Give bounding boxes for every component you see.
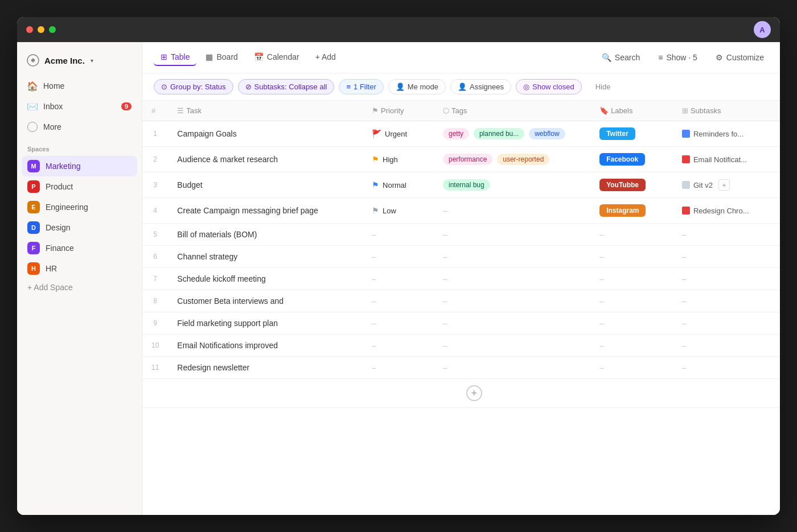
row-priority[interactable]: – xyxy=(363,290,434,312)
tab-calendar[interactable]: 📅 Calendar xyxy=(247,49,306,66)
tag-pill[interactable]: planned bu... xyxy=(474,128,524,139)
subtasks-chip[interactable]: ⊘ Subtasks: Collapse all xyxy=(238,79,335,94)
row-task[interactable]: Field marketing support plan xyxy=(168,312,363,335)
row-tags[interactable]: internal bug xyxy=(434,172,590,198)
row-priority[interactable]: – xyxy=(363,357,434,379)
row-label[interactable]: – xyxy=(590,224,673,246)
close-button[interactable] xyxy=(26,26,33,33)
row-priority[interactable]: 🚩 Urgent xyxy=(363,121,434,147)
row-task[interactable]: Email Notifications improved xyxy=(168,335,363,357)
row-subtask[interactable]: – xyxy=(673,290,780,312)
sidebar-item-product[interactable]: P Product xyxy=(22,176,137,197)
row-label[interactable]: Twitter xyxy=(590,121,673,147)
add-space-button[interactable]: + Add Space xyxy=(22,279,137,296)
row-priority[interactable]: – xyxy=(363,268,434,290)
row-priority[interactable]: – xyxy=(363,312,434,335)
row-subtask[interactable]: Reminders fo... xyxy=(673,121,780,147)
row-tags[interactable]: – xyxy=(434,268,590,290)
row-subtask[interactable]: – xyxy=(673,357,780,379)
row-tags[interactable]: – xyxy=(434,290,590,312)
row-priority[interactable]: – xyxy=(363,335,434,357)
minimize-button[interactable] xyxy=(38,26,44,33)
sidebar-item-engineering[interactable]: E Engineering xyxy=(22,197,137,217)
search-button[interactable]: 🔍 Search xyxy=(597,51,644,64)
label-badge[interactable]: Facebook xyxy=(599,153,645,166)
row-label[interactable]: – xyxy=(590,357,673,379)
show-closed-chip[interactable]: ◎ Show closed xyxy=(516,79,582,94)
filter-chip[interactable]: ≡ 1 Filter xyxy=(339,79,383,94)
row-subtask[interactable]: Email Notificat... xyxy=(673,147,780,172)
row-label[interactable]: YouTubbe xyxy=(590,172,673,198)
row-label[interactable]: – xyxy=(590,268,673,290)
sidebar-item-finance[interactable]: F Finance xyxy=(22,238,137,258)
row-subtask[interactable]: Redesign Chro... xyxy=(673,198,780,224)
sidebar-item-more[interactable]: More xyxy=(22,117,137,137)
row-label[interactable]: Facebook xyxy=(590,147,673,172)
group-by-chip[interactable]: ⊙ Group by: Status xyxy=(154,79,233,94)
col-tags[interactable]: ⬡Tags xyxy=(434,101,590,121)
row-tags[interactable]: – xyxy=(434,198,590,224)
row-priority[interactable]: – xyxy=(363,224,434,246)
label-badge[interactable]: YouTubbe xyxy=(599,179,646,191)
row-task[interactable]: Audience & market research xyxy=(168,147,363,172)
row-label[interactable]: – xyxy=(590,246,673,268)
row-priority[interactable]: ⚑ High xyxy=(363,147,434,172)
row-tags[interactable]: getty planned bu... webflow xyxy=(434,121,590,147)
row-tags[interactable]: – xyxy=(434,335,590,357)
label-badge[interactable]: Twitter xyxy=(599,127,635,140)
sidebar-item-inbox[interactable]: ✉️ Inbox 9 xyxy=(22,97,137,116)
row-subtask[interactable]: – xyxy=(673,335,780,357)
row-task[interactable]: Bill of materials (BOM) xyxy=(168,224,363,246)
row-task[interactable]: Channel strategy xyxy=(168,246,363,268)
me-mode-chip[interactable]: 👤 Me mode xyxy=(388,79,446,94)
tab-table[interactable]: ⊞ Table xyxy=(154,49,196,66)
row-task[interactable]: Customer Beta interviews and xyxy=(168,290,363,312)
row-tags[interactable]: – xyxy=(434,246,590,268)
col-subtasks[interactable]: ⊞Subtasks xyxy=(673,101,780,121)
tag-pill[interactable]: internal bug xyxy=(443,179,490,191)
assignees-chip[interactable]: 👤 Assignees xyxy=(450,79,511,94)
tag-pill[interactable]: getty xyxy=(443,128,469,139)
row-subtask[interactable]: Git v2 + xyxy=(673,172,780,198)
customize-button[interactable]: ⚙ Customize xyxy=(711,51,769,64)
row-tags[interactable]: – xyxy=(434,224,590,246)
row-priority[interactable]: ⚑ Normal xyxy=(363,172,434,198)
row-task[interactable]: Budget xyxy=(168,172,363,198)
sidebar-item-hr[interactable]: H HR xyxy=(22,258,137,279)
row-tags[interactable]: performance user-reported xyxy=(434,147,590,172)
sidebar-item-home[interactable]: 🏠 Home xyxy=(22,76,137,96)
brand[interactable]: Acme Inc. ▾ xyxy=(17,49,142,76)
row-subtask[interactable]: – xyxy=(673,312,780,335)
sidebar-item-marketing[interactable]: M Marketing xyxy=(22,156,137,176)
maximize-button[interactable] xyxy=(49,26,56,33)
tag-pill[interactable]: performance xyxy=(443,154,492,165)
row-tags[interactable]: – xyxy=(434,312,590,335)
row-label[interactable]: – xyxy=(590,290,673,312)
tab-add[interactable]: + Add xyxy=(309,49,343,66)
row-subtask[interactable]: – xyxy=(673,268,780,290)
col-task[interactable]: ☰Task xyxy=(168,101,363,121)
row-priority[interactable]: ⚑ Low xyxy=(363,198,434,224)
row-tags[interactable]: – xyxy=(434,357,590,379)
row-label[interactable]: – xyxy=(590,335,673,357)
add-task-button[interactable]: + xyxy=(466,385,482,401)
tag-pill[interactable]: webflow xyxy=(529,128,565,139)
row-task[interactable]: Campaign Goals xyxy=(168,121,363,147)
tab-board[interactable]: ▦ Board xyxy=(199,49,244,66)
show-button[interactable]: ≡ Show · 5 xyxy=(654,51,702,64)
col-priority[interactable]: ⚑Priority xyxy=(363,101,434,121)
row-subtask[interactable]: – xyxy=(673,224,780,246)
row-subtask[interactable]: – xyxy=(673,246,780,268)
row-label[interactable]: Instagram xyxy=(590,198,673,224)
row-priority[interactable]: – xyxy=(363,246,434,268)
sidebar-item-design[interactable]: D Design xyxy=(22,217,137,238)
subtask-plus-button[interactable]: + xyxy=(718,179,730,191)
hide-button[interactable]: Hide xyxy=(591,80,615,94)
row-task[interactable]: Redesign newsletter xyxy=(168,357,363,379)
user-avatar[interactable]: A xyxy=(754,21,771,38)
row-label[interactable]: – xyxy=(590,312,673,335)
col-labels[interactable]: 🔖Labels xyxy=(590,101,673,121)
tag-pill[interactable]: user-reported xyxy=(497,154,549,165)
row-task[interactable]: Create Campaign messaging brief page xyxy=(168,198,363,224)
label-badge[interactable]: Instagram xyxy=(599,204,646,217)
